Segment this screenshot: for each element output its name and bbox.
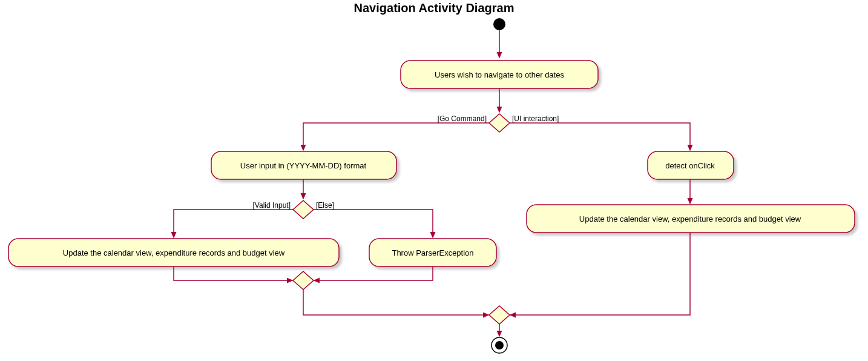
merge-left xyxy=(293,271,314,290)
activity-throw-label: Throw ParserException xyxy=(392,248,473,257)
merge-bottom xyxy=(489,306,510,324)
start-node xyxy=(493,18,505,30)
branch-go-command: [Go Command] xyxy=(438,114,487,123)
activity-detect-click-label: detect onClick xyxy=(665,161,715,170)
activity-start-label: Users wish to navigate to other dates xyxy=(435,70,564,79)
branch-else: [Else] xyxy=(316,201,334,210)
svg-point-14 xyxy=(495,341,504,349)
activity-update-right-label: Update the calendar view, expenditure re… xyxy=(579,214,801,224)
branch-ui-interaction: [UI interaction] xyxy=(512,114,559,123)
activity-go-input-label: User input in (YYYY-MM-DD) format xyxy=(240,161,367,170)
decision-top xyxy=(489,114,510,132)
activity-diagram: Navigation Activity Diagram Users wish t… xyxy=(0,0,868,361)
diagram-title: Navigation Activity Diagram xyxy=(354,1,515,15)
activity-update-left-label: Update the calendar view, expenditure re… xyxy=(63,248,285,257)
branch-valid-input: [Valid Input] xyxy=(253,201,291,210)
decision-valid xyxy=(293,200,314,219)
